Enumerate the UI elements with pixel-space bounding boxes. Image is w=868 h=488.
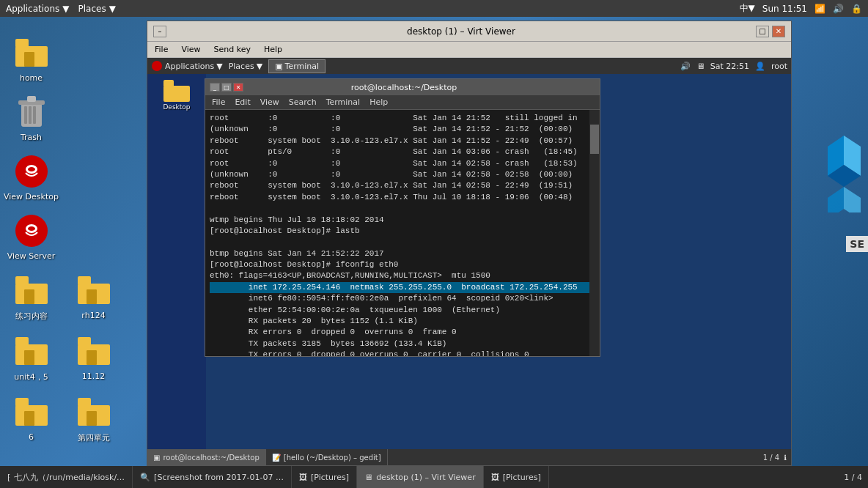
six-label: 6 (29, 432, 34, 442)
term-line-10: [root@localhost Desktop]# lastb (210, 226, 595, 237)
virt-menu-help[interactable]: Help (260, 43, 286, 56)
virt-maximize-btn[interactable]: □ (756, 26, 769, 37)
svg-rect-25 (78, 337, 91, 346)
vm-info-icon: ℹ (784, 454, 787, 462)
virt-minimize-btn[interactable]: – (153, 26, 166, 37)
term-menu-file[interactable]: File (209, 97, 228, 108)
clock: Sun 11:51 (762, 4, 807, 14)
term-menu-help[interactable]: Help (367, 97, 391, 108)
volume-icon[interactable]: 🔊 (833, 4, 844, 14)
vm-volume-icon[interactable]: 🔊 (680, 62, 691, 71)
vm-terminal[interactable]: ▣ Terminal (268, 59, 326, 73)
vm-places-label: Places (229, 62, 254, 71)
desktop-icon-1112[interactable]: 11.12 (62, 328, 125, 388)
svg-rect-28 (15, 398, 29, 407)
term-menu-edit[interactable]: Edit (232, 97, 253, 108)
svg-rect-8 (27, 96, 36, 102)
taskbar-item-pictures1[interactable]: 🖼 [Pictures] (292, 466, 357, 488)
svg-rect-29 (24, 411, 34, 426)
svg-rect-2 (24, 52, 34, 67)
system-topbar: Applications ▼ Places ▼ 中▼ Sun 11:51 📶 🔊… (0, 0, 868, 17)
term-menu-view[interactable]: View (257, 97, 282, 108)
wifi-icon: 📶 (814, 4, 825, 14)
desktop-icon-area: home Trash (0, 22, 136, 466)
vm-root-icon: 👤 (755, 62, 765, 71)
term-line-15: inet 172.25.254.146 netmask 255.255.255.… (210, 282, 595, 293)
term-line-16: inet6 fe80::5054:ff:fe00:2e0a prefixlen … (210, 293, 595, 304)
desktop-icon-six[interactable]: 6 (0, 388, 62, 449)
applications-label: Applications (6, 4, 59, 14)
applications-menu[interactable]: Applications ▼ (6, 4, 70, 14)
virt-menu-file[interactable]: File (151, 43, 172, 56)
fourth-unit-label: 第四單元 (78, 432, 110, 443)
term-line-18: RX packets 20 bytes 1152 (1.1 KiB) (210, 316, 595, 327)
svg-rect-22 (15, 337, 29, 346)
places-menu[interactable]: Places ▼ (78, 4, 116, 14)
desktop-icon-home[interactable]: home (0, 29, 62, 89)
virt-menu-view[interactable]: View (177, 43, 204, 56)
term-menu-search[interactable]: Search (286, 97, 320, 108)
term-line-4: root :0 :0 Sat Jan 14 02:58 - crash (18:… (210, 158, 595, 169)
cube-decoration (824, 132, 864, 215)
vm-terminal-label: Terminal (285, 62, 320, 71)
svg-rect-5 (29, 106, 32, 124)
desktop-icon-rh124[interactable]: rh124 (62, 267, 125, 328)
1112-label: 11.12 (82, 371, 106, 381)
scrollbar-thumb[interactable] (590, 125, 599, 154)
taskbar-pictures1-label: [Pictures] (311, 473, 349, 482)
vm-taskbar-terminal[interactable]: ▣ root@localhost:~/Desktop (147, 449, 266, 465)
svg-rect-23 (24, 350, 34, 365)
taskbar-pictures2-label: [Pictures] (503, 473, 541, 482)
terminal-maximize-btn[interactable]: □ (221, 83, 232, 92)
desktop-icon-unit45[interactable]: unit4，5 (0, 328, 62, 388)
taskbar-item-pictures2[interactable]: 🖼 [Pictures] (484, 466, 549, 488)
svg-rect-4 (24, 106, 27, 124)
terminal-menubar: File Edit View Search Terminal Help (205, 95, 600, 110)
virt-menu-sendkey[interactable]: Send key (210, 43, 254, 56)
svg-rect-31 (78, 398, 91, 407)
desktop-icon-trash[interactable]: Trash (0, 89, 62, 148)
terminal-scrollbar[interactable] (589, 110, 600, 356)
unit45-label: unit4，5 (14, 371, 48, 382)
term-line-13: [root@localhost Desktop]# ifconfig eth0 (210, 259, 595, 270)
vm-user: root (771, 62, 787, 71)
virt-viewer-window: – desktop (1) – Virt Viewer □ ✕ File Vie… (147, 21, 792, 466)
svg-rect-20 (87, 289, 97, 304)
vm-applications[interactable]: Applications ▼ (151, 60, 223, 72)
vm-network-icon: 🖥 (696, 62, 705, 71)
taskbar-item-screenshot[interactable]: 🔍 [Screenshot from 2017-01-07 … (133, 466, 292, 488)
terminal-minimize-btn[interactable]: _ (210, 83, 220, 92)
taskbar-pictures2-icon: 🖼 (491, 473, 499, 482)
virt-close-btn[interactable]: ✕ (772, 26, 785, 37)
term-line-7: reboot system boot 3.10.0-123.el7.x Thu … (210, 192, 595, 203)
terminal-window: _ □ ✕ root@localhost:~/Desktop File Edit… (205, 78, 600, 357)
taskbar-item-virt[interactable]: 🖥 desktop (1) – Virt Viewer (357, 466, 484, 488)
term-line-11 (210, 237, 595, 248)
system-bottombar: ⁅ 七八九（/run/media/kiosk/… 🔍 [Screenshot f… (0, 466, 868, 488)
svg-rect-19 (78, 276, 91, 285)
terminal-close-btn[interactable]: ✕ (233, 83, 243, 92)
input-method[interactable]: 中▼ (740, 2, 755, 15)
virt-menubar: File View Send key Help (147, 42, 791, 58)
term-line-6: reboot system boot 3.10.0-123.el7.x Sat … (210, 180, 595, 191)
vm-page-counter: 1 / 4 (763, 454, 779, 462)
desktop-icon-view-server[interactable]: View Server (0, 207, 62, 267)
terminal-content[interactable]: root :0 :0 Sat Jan 14 21:52 still logged… (205, 110, 600, 356)
desktop-icon-view-desktop[interactable]: View Desktop (0, 148, 62, 207)
taskbar-virt-icon: 🖥 (364, 473, 372, 482)
svg-marker-37 (828, 187, 844, 212)
term-line-0: root :0 :0 Sat Jan 14 21:52 still logged… (210, 113, 595, 124)
vm-taskbar-gedit-label: [hello (~/Desktop) – gedit] (284, 454, 381, 462)
term-line-20: TX packets 3185 bytes 136692 (133.4 KiB) (210, 339, 595, 350)
term-line-17: ether 52:54:00:00:2e:0a txqueuelen 1000 … (210, 305, 595, 316)
vm-desktop-icon-1: Desktop (163, 80, 190, 111)
desktop-icon-fourth-unit[interactable]: 第四單元 (62, 388, 125, 449)
desktop-icon-lessons[interactable]: 练习内容 (0, 267, 62, 328)
taskbar-item-1[interactable]: ⁅ 七八九（/run/media/kiosk/… (0, 466, 133, 488)
term-menu-terminal[interactable]: Terminal (323, 97, 364, 108)
vm-places[interactable]: Places ▼ (229, 62, 262, 71)
term-line-14: eth0: flags=4163<UP,BROADCAST,RUNNING,MU… (210, 270, 595, 281)
svg-rect-6 (33, 106, 36, 124)
vm-taskbar-gedit[interactable]: 📝 [hello (~/Desktop) – gedit] (266, 449, 388, 465)
term-line-1: (unknown :0 :0 Sat Jan 14 21:52 - 21:52 … (210, 124, 595, 135)
